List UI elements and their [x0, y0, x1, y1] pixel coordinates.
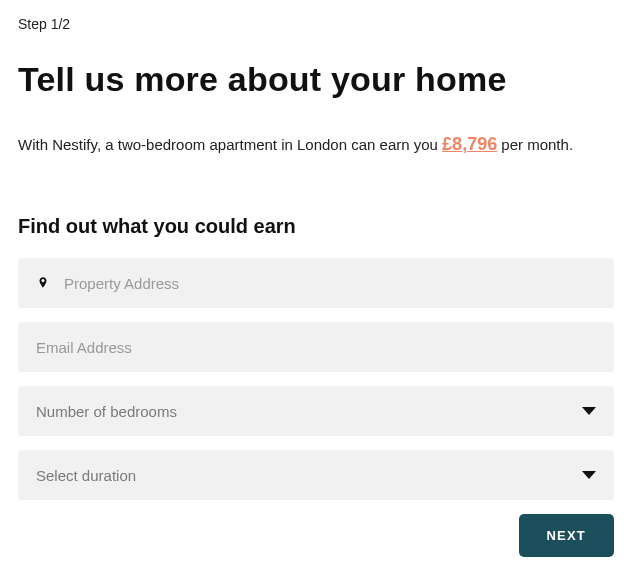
bedrooms-field[interactable]: Number of bedrooms [18, 386, 614, 436]
duration-select-label: Select duration [36, 467, 136, 484]
intro-text: With Nestify, a two-bedroom apartment in… [18, 127, 614, 161]
chevron-down-icon [582, 471, 596, 479]
chevron-down-icon [582, 407, 596, 415]
step-indicator: Step 1/2 [18, 16, 614, 32]
address-input[interactable] [64, 275, 596, 292]
earn-amount-link[interactable]: £8,796 [442, 134, 497, 154]
address-field[interactable] [18, 258, 614, 308]
intro-prefix: With Nestify, a two-bedroom apartment in… [18, 136, 442, 153]
next-button[interactable]: NEXT [519, 514, 614, 557]
page-title: Tell us more about your home [18, 60, 614, 99]
map-pin-icon [36, 274, 50, 292]
email-input[interactable] [36, 339, 596, 356]
form-subheading: Find out what you could earn [18, 215, 614, 238]
intro-suffix: per month. [497, 136, 573, 153]
email-field[interactable] [18, 322, 614, 372]
duration-field[interactable]: Select duration [18, 450, 614, 500]
bedrooms-select-label: Number of bedrooms [36, 403, 177, 420]
form-actions: NEXT [18, 514, 614, 557]
